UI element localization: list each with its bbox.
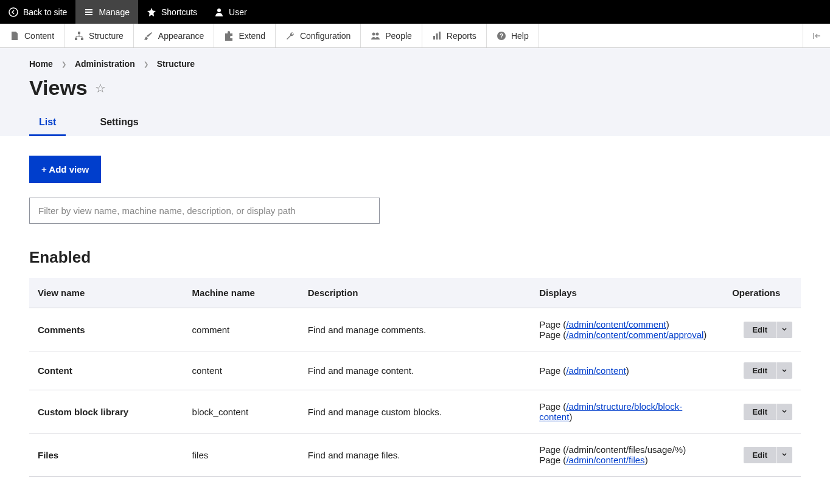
back-to-site[interactable]: Back to site (0, 0, 75, 24)
shortcuts-toggle[interactable]: Shortcuts (138, 0, 206, 24)
cell-displays: Page (/admin/content/files/usage/%)Page … (531, 433, 724, 477)
person-icon (214, 7, 224, 17)
filter-input[interactable] (29, 198, 380, 224)
th-view-name: View name (29, 278, 184, 308)
edit-button[interactable]: Edit (744, 447, 776, 463)
tab-settings[interactable]: Settings (90, 117, 148, 136)
collapse-icon (812, 31, 821, 41)
display-link[interactable]: /admin/content (566, 365, 626, 376)
edit-button[interactable]: Edit (744, 404, 776, 420)
cell-operations: Edit (724, 351, 801, 390)
breadcrumb-administration[interactable]: Administration (75, 59, 135, 69)
th-displays: Displays (531, 278, 724, 308)
back-icon (9, 7, 18, 17)
user-toggle[interactable]: User (206, 0, 256, 24)
cell-operations: Edit (724, 390, 801, 433)
menu-configuration[interactable]: Configuration (276, 24, 361, 47)
manage-toggle[interactable]: Manage (75, 0, 138, 24)
section-enabled-title: Enabled (29, 248, 801, 267)
menu-people[interactable]: People (361, 24, 422, 47)
breadcrumb: Home ❯ Administration ❯ Structure (29, 59, 801, 69)
operations-dropdown[interactable] (776, 404, 792, 420)
cell-view-name: Custom block library (29, 390, 184, 433)
menu-extend[interactable]: Extend (214, 24, 276, 47)
svg-point-5 (372, 32, 375, 35)
display-link[interactable]: /admin/content/comment (566, 319, 666, 330)
views-table: View name Machine name Description Displ… (29, 278, 801, 477)
menu-appearance[interactable]: Appearance (134, 24, 215, 47)
table-row: Custom block libraryblock_contentFind an… (29, 390, 801, 433)
chevron-down-icon (781, 326, 787, 333)
manage-label: Manage (99, 7, 130, 17)
menu-reports[interactable]: Reports (422, 24, 487, 47)
admin-toolbar: Content Structure Appearance Extend Conf… (0, 24, 830, 48)
operations-dropdown[interactable] (776, 322, 792, 338)
user-label: User (229, 7, 247, 17)
table-row: FilesfilesFind and manage files.Page (/a… (29, 433, 801, 477)
topbar: Back to site Manage Shortcuts User (0, 0, 830, 24)
cell-machine-name: files (184, 433, 299, 477)
display-link[interactable]: /admin/content/files (566, 455, 644, 465)
menu-help[interactable]: ? Help (487, 24, 539, 47)
table-row: CommentscommentFind and manage comments.… (29, 308, 801, 351)
display-link[interactable]: /admin/content/comment/approval (566, 330, 703, 340)
cell-view-name: Comments (29, 308, 184, 351)
tab-list[interactable]: List (29, 117, 66, 136)
breadcrumb-structure[interactable]: Structure (157, 59, 195, 69)
main-content: + Add view Enabled View name Machine nam… (0, 136, 830, 496)
menu-content[interactable]: Content (0, 24, 65, 47)
cell-description: Find and manage comments. (299, 308, 531, 351)
edit-button[interactable]: Edit (744, 322, 776, 338)
th-description: Description (299, 278, 531, 308)
cell-view-name: Content (29, 351, 184, 390)
add-view-button[interactable]: + Add view (29, 156, 101, 183)
edit-button[interactable]: Edit (744, 362, 776, 379)
table-row: ContentcontentFind and manage content.Pa… (29, 351, 801, 390)
header-region: Home ❯ Administration ❯ Structure Views … (0, 48, 830, 136)
cell-description: Find and manage files. (299, 433, 531, 477)
svg-rect-7 (433, 36, 435, 40)
svg-rect-2 (78, 32, 80, 34)
cell-description: Find and manage content. (299, 351, 531, 390)
chevron-down-icon (781, 452, 787, 458)
cell-displays: Page (/admin/structure/block/block-conte… (531, 390, 724, 433)
operations-dropdown[interactable] (776, 362, 792, 379)
cell-machine-name: content (184, 351, 299, 390)
cell-operations: Edit (724, 308, 801, 351)
back-label: Back to site (23, 7, 67, 17)
help-icon: ? (497, 31, 506, 41)
svg-point-0 (9, 8, 18, 16)
th-operations: Operations (724, 278, 801, 308)
cell-operations: Edit (724, 433, 801, 477)
chevron-right-icon: ❯ (61, 61, 66, 67)
cell-machine-name: comment (184, 308, 299, 351)
paintbrush-icon (144, 31, 153, 41)
wrench-icon (285, 31, 295, 41)
favorite-star-icon[interactable]: ☆ (95, 81, 106, 95)
page-title: Views (29, 76, 88, 100)
toolbar-collapse[interactable] (803, 24, 830, 47)
cell-view-name: Files (29, 433, 184, 477)
shortcuts-label: Shortcuts (161, 7, 197, 17)
svg-point-6 (376, 32, 379, 35)
svg-rect-9 (439, 32, 441, 40)
cell-machine-name: block_content (184, 390, 299, 433)
svg-rect-3 (75, 38, 77, 40)
hierarchy-icon (74, 31, 84, 41)
breadcrumb-home[interactable]: Home (29, 59, 53, 69)
th-machine-name: Machine name (184, 278, 299, 308)
chevron-right-icon: ❯ (144, 61, 148, 67)
puzzle-icon (224, 31, 234, 41)
menu-structure[interactable]: Structure (65, 24, 134, 47)
hamburger-icon (84, 7, 94, 17)
cell-description: Find and manage custom blocks. (299, 390, 531, 433)
operations-dropdown[interactable] (776, 447, 792, 463)
primary-tabs: List Settings (29, 117, 801, 136)
people-icon (371, 31, 380, 41)
file-icon (10, 31, 19, 41)
svg-text:?: ? (500, 33, 503, 40)
chevron-down-icon (781, 409, 787, 415)
svg-point-1 (217, 9, 221, 12)
star-icon (147, 7, 156, 17)
svg-rect-4 (81, 38, 83, 40)
